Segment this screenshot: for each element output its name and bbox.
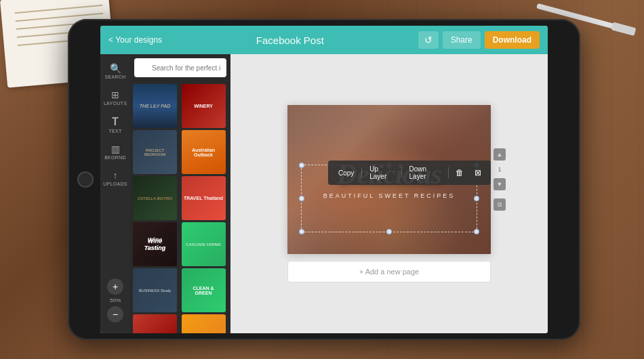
search-wrapper: 🔍	[134, 58, 226, 77]
top-bar-actions: ↺ Share Download	[418, 31, 540, 49]
template-clean-green[interactable]	[182, 268, 226, 312]
up-layer-button[interactable]: Up Layer	[365, 163, 398, 182]
sidebar-text-label: TEXT	[108, 129, 121, 133]
canvas-area: Copy Up Layer Down Layer 🗑 ⊠	[230, 54, 548, 333]
down-layer-button[interactable]: Down Layer	[405, 163, 446, 182]
sidebar-icons: 🔍 SEARCH ⊞ LAYOUTS T TEXT ▥ BKGRND	[100, 54, 130, 333]
sidebar-item-background[interactable]: ▥ BKGRND	[102, 140, 129, 164]
template-business[interactable]	[133, 268, 177, 312]
search-icon: 🔍	[110, 64, 121, 73]
ipad-frame: < Your designs Facebook Post ↺ Share Dow…	[68, 19, 580, 340]
sidebar-bottom: + 50% −	[107, 278, 123, 328]
sidebar-item-uploads[interactable]: ↑ UPLOADS	[102, 167, 129, 190]
template-panel: 🔍 WineTasting	[130, 54, 230, 333]
ctx-separator-2	[401, 167, 402, 178]
add-page-button[interactable]: + Add a new page	[287, 261, 491, 282]
main-content: 🔍 SEARCH ⊞ LAYOUTS T TEXT ▥ BKGRND	[100, 54, 548, 333]
share-button[interactable]: Share	[443, 31, 481, 49]
template-lily-pad[interactable]	[133, 84, 177, 128]
text-icon: T	[112, 117, 119, 127]
template-city-view[interactable]	[133, 314, 177, 333]
page-up-button[interactable]: ▲	[494, 148, 506, 161]
ipad-screen: < Your designs Facebook Post ↺ Share Dow…	[100, 26, 548, 333]
zoom-in-button[interactable]: +	[107, 278, 123, 295]
sidebar-search-label: SEARCH	[105, 75, 126, 79]
add-page-label: + Add a new page	[359, 268, 419, 276]
back-label: < Your designs	[108, 35, 162, 45]
uploads-icon: ↑	[113, 171, 118, 180]
zoom-level: 50%	[110, 297, 121, 303]
right-controls: ▲ 1 ▼ ⧉	[494, 148, 506, 211]
templates-grid: WineTasting	[130, 81, 230, 333]
copy-button[interactable]: Copy	[334, 167, 359, 179]
page-title: Facebook Post	[167, 35, 413, 46]
duplicate-page-button[interactable]: ⧉	[494, 198, 506, 211]
page-number: 1	[498, 166, 501, 173]
zoom-out-button[interactable]: −	[107, 306, 123, 322]
sidebar-item-layouts[interactable]: ⊞ LAYOUTS	[102, 86, 129, 110]
template-ostella-bistro[interactable]	[133, 176, 177, 220]
canvas-subtitle: BEAUTIFUL SWEET RECIPES	[323, 192, 456, 199]
sidebar-item-search[interactable]: 🔍 SEARCH	[102, 60, 129, 83]
sidebar-layouts-label: LAYOUTS	[104, 101, 127, 106]
layouts-icon: ⊞	[111, 90, 119, 100]
context-menu: Copy Up Layer Down Layer 🗑 ⊠	[328, 161, 491, 185]
sidebar-background-label: BKGRND	[104, 155, 126, 160]
wine-tasting-label: WineTasting	[144, 236, 166, 252]
template-cascade[interactable]	[182, 222, 226, 266]
background-icon: ▥	[111, 144, 120, 154]
search-box: 🔍	[130, 54, 230, 81]
download-button[interactable]: Download	[485, 31, 540, 49]
page-down-button[interactable]: ▼	[494, 178, 506, 190]
sidebar-item-text[interactable]: T TEXT	[102, 112, 129, 138]
ctx-separator-3	[448, 167, 449, 178]
ctx-separator-1	[361, 167, 362, 178]
template-winery[interactable]	[182, 84, 226, 128]
template-australian-outback[interactable]	[182, 130, 226, 174]
canvas-wrapper: Copy Up Layer Down Layer 🗑 ⊠	[287, 105, 491, 254]
sidebar-uploads-label: UPLOADS	[103, 182, 127, 186]
top-bar: < Your designs Facebook Post ↺ Share Dow…	[100, 26, 548, 54]
more-icon[interactable]: ⊠	[470, 166, 485, 180]
undo-button[interactable]: ↺	[418, 31, 439, 49]
back-button[interactable]: < Your designs	[108, 35, 162, 45]
search-input[interactable]	[134, 58, 226, 77]
delete-icon[interactable]: 🗑	[451, 166, 468, 180]
template-project-bedroom[interactable]	[133, 130, 177, 174]
ipad-home-button[interactable]	[77, 171, 94, 188]
template-wine-tasting[interactable]: WineTasting	[133, 222, 177, 266]
template-travel[interactable]	[182, 176, 226, 220]
template-humble-honey[interactable]	[182, 314, 226, 333]
app-container: < Your designs Facebook Post ↺ Share Dow…	[100, 26, 548, 333]
